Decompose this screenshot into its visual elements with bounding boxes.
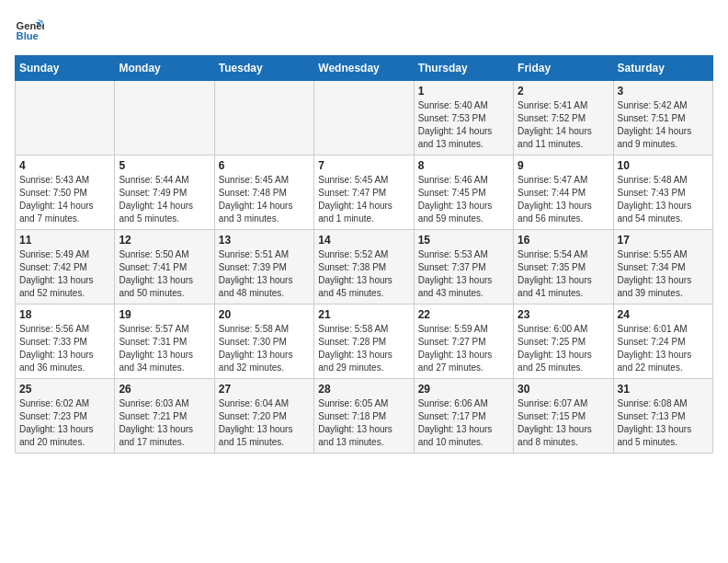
day-info: Sunrise: 5:42 AMSunset: 7:51 PMDaylight:…	[618, 99, 709, 151]
weekday-header-saturday: Saturday	[613, 56, 712, 81]
day-info: Sunrise: 6:07 AMSunset: 7:15 PMDaylight:…	[518, 397, 609, 449]
calendar-cell: 29Sunrise: 6:06 AMSunset: 7:17 PMDayligh…	[414, 379, 513, 454]
day-info: Sunrise: 6:04 AMSunset: 7:20 PMDaylight:…	[219, 397, 310, 449]
calendar-header: SundayMondayTuesdayWednesdayThursdayFrid…	[16, 56, 713, 81]
day-number: 13	[219, 234, 310, 247]
day-info: Sunrise: 5:56 AMSunset: 7:33 PMDaylight:…	[19, 323, 110, 374]
day-number: 3	[618, 85, 709, 98]
day-number: 10	[618, 159, 709, 172]
weekday-row: SundayMondayTuesdayWednesdayThursdayFrid…	[16, 56, 713, 81]
day-number: 7	[318, 159, 409, 172]
day-info: Sunrise: 5:43 AMSunset: 7:50 PMDaylight:…	[19, 174, 110, 225]
day-info: Sunrise: 5:53 AMSunset: 7:37 PMDaylight:…	[418, 248, 509, 300]
day-info: Sunrise: 6:06 AMSunset: 7:17 PMDaylight:…	[418, 397, 509, 449]
day-number: 15	[418, 234, 509, 247]
weekday-header-monday: Monday	[115, 56, 214, 81]
page-header: General Blue	[15, 15, 713, 44]
calendar-cell: 13Sunrise: 5:51 AMSunset: 7:39 PMDayligh…	[214, 230, 313, 304]
calendar-cell: 16Sunrise: 5:54 AMSunset: 7:35 PMDayligh…	[514, 230, 613, 304]
day-info: Sunrise: 5:49 AMSunset: 7:42 PMDaylight:…	[19, 248, 110, 300]
calendar-cell: 30Sunrise: 6:07 AMSunset: 7:15 PMDayligh…	[514, 379, 613, 454]
day-number: 31	[618, 383, 709, 396]
calendar-cell: 20Sunrise: 5:58 AMSunset: 7:30 PMDayligh…	[214, 304, 313, 379]
day-number: 1	[418, 85, 509, 98]
calendar-cell: 21Sunrise: 5:58 AMSunset: 7:28 PMDayligh…	[314, 304, 414, 379]
day-info: Sunrise: 6:01 AMSunset: 7:24 PMDaylight:…	[618, 323, 709, 374]
day-info: Sunrise: 5:45 AMSunset: 7:47 PMDaylight:…	[318, 174, 409, 225]
weekday-header-friday: Friday	[514, 56, 613, 81]
day-info: Sunrise: 5:51 AMSunset: 7:39 PMDaylight:…	[219, 248, 310, 300]
calendar-cell	[214, 81, 313, 155]
calendar-cell: 8Sunrise: 5:46 AMSunset: 7:45 PMDaylight…	[414, 155, 513, 230]
day-info: Sunrise: 6:05 AMSunset: 7:18 PMDaylight:…	[318, 397, 409, 449]
day-number: 8	[418, 159, 509, 172]
svg-text:Blue: Blue	[17, 30, 39, 41]
day-number: 11	[19, 234, 110, 247]
calendar-cell: 27Sunrise: 6:04 AMSunset: 7:20 PMDayligh…	[214, 379, 313, 454]
day-info: Sunrise: 5:41 AMSunset: 7:52 PMDaylight:…	[518, 99, 609, 151]
weekday-header-wednesday: Wednesday	[314, 56, 414, 81]
calendar-cell: 14Sunrise: 5:52 AMSunset: 7:38 PMDayligh…	[314, 230, 414, 304]
day-number: 9	[518, 159, 609, 172]
day-number: 2	[518, 85, 609, 98]
day-number: 18	[19, 308, 110, 321]
calendar-week-3: 11Sunrise: 5:49 AMSunset: 7:42 PMDayligh…	[16, 230, 713, 304]
day-number: 23	[518, 308, 609, 321]
calendar-cell: 4Sunrise: 5:43 AMSunset: 7:50 PMDaylight…	[16, 155, 115, 230]
day-info: Sunrise: 6:03 AMSunset: 7:21 PMDaylight:…	[119, 397, 210, 449]
day-number: 6	[219, 159, 310, 172]
day-info: Sunrise: 5:55 AMSunset: 7:34 PMDaylight:…	[618, 248, 709, 300]
day-info: Sunrise: 6:00 AMSunset: 7:25 PMDaylight:…	[518, 323, 609, 374]
day-number: 19	[119, 308, 210, 321]
day-number: 5	[119, 159, 210, 172]
calendar-cell: 9Sunrise: 5:47 AMSunset: 7:44 PMDaylight…	[514, 155, 613, 230]
day-number: 30	[518, 383, 609, 396]
calendar-week-5: 25Sunrise: 6:02 AMSunset: 7:23 PMDayligh…	[16, 379, 713, 454]
calendar-cell: 7Sunrise: 5:45 AMSunset: 7:47 PMDaylight…	[314, 155, 414, 230]
calendar-cell: 15Sunrise: 5:53 AMSunset: 7:37 PMDayligh…	[414, 230, 513, 304]
calendar-cell: 26Sunrise: 6:03 AMSunset: 7:21 PMDayligh…	[115, 379, 214, 454]
day-info: Sunrise: 5:40 AMSunset: 7:53 PMDaylight:…	[418, 99, 509, 151]
calendar-cell: 6Sunrise: 5:45 AMSunset: 7:48 PMDaylight…	[214, 155, 313, 230]
calendar-cell: 5Sunrise: 5:44 AMSunset: 7:49 PMDaylight…	[115, 155, 214, 230]
calendar-cell: 23Sunrise: 6:00 AMSunset: 7:25 PMDayligh…	[514, 304, 613, 379]
day-number: 26	[119, 383, 210, 396]
calendar-cell: 10Sunrise: 5:48 AMSunset: 7:43 PMDayligh…	[613, 155, 712, 230]
day-number: 29	[418, 383, 509, 396]
day-number: 27	[219, 383, 310, 396]
calendar-cell: 28Sunrise: 6:05 AMSunset: 7:18 PMDayligh…	[314, 379, 414, 454]
calendar-cell: 17Sunrise: 5:55 AMSunset: 7:34 PMDayligh…	[613, 230, 712, 304]
day-info: Sunrise: 5:45 AMSunset: 7:48 PMDaylight:…	[219, 174, 310, 225]
calendar-cell: 24Sunrise: 6:01 AMSunset: 7:24 PMDayligh…	[613, 304, 712, 379]
day-info: Sunrise: 5:48 AMSunset: 7:43 PMDaylight:…	[618, 174, 709, 225]
day-info: Sunrise: 5:47 AMSunset: 7:44 PMDaylight:…	[518, 174, 609, 225]
calendar-cell: 22Sunrise: 5:59 AMSunset: 7:27 PMDayligh…	[414, 304, 513, 379]
day-info: Sunrise: 5:58 AMSunset: 7:28 PMDaylight:…	[318, 323, 409, 374]
day-info: Sunrise: 5:58 AMSunset: 7:30 PMDaylight:…	[219, 323, 310, 374]
day-number: 4	[19, 159, 110, 172]
weekday-header-sunday: Sunday	[16, 56, 115, 81]
calendar-cell: 1Sunrise: 5:40 AMSunset: 7:53 PMDaylight…	[414, 81, 513, 155]
day-number: 17	[618, 234, 709, 247]
calendar-cell: 11Sunrise: 5:49 AMSunset: 7:42 PMDayligh…	[16, 230, 115, 304]
day-info: Sunrise: 5:59 AMSunset: 7:27 PMDaylight:…	[418, 323, 509, 374]
calendar-cell	[115, 81, 214, 155]
day-info: Sunrise: 5:52 AMSunset: 7:38 PMDaylight:…	[318, 248, 409, 300]
day-number: 21	[318, 308, 409, 321]
logo: General Blue	[15, 15, 48, 44]
calendar-cell: 3Sunrise: 5:42 AMSunset: 7:51 PMDaylight…	[613, 81, 712, 155]
calendar-week-2: 4Sunrise: 5:43 AMSunset: 7:50 PMDaylight…	[16, 155, 713, 230]
calendar-cell: 18Sunrise: 5:56 AMSunset: 7:33 PMDayligh…	[16, 304, 115, 379]
day-number: 22	[418, 308, 509, 321]
day-number: 28	[318, 383, 409, 396]
logo-icon: General Blue	[15, 15, 44, 44]
calendar-cell	[314, 81, 414, 155]
day-number: 12	[119, 234, 210, 247]
calendar-body: 1Sunrise: 5:40 AMSunset: 7:53 PMDaylight…	[16, 81, 713, 454]
day-number: 20	[219, 308, 310, 321]
calendar-cell: 12Sunrise: 5:50 AMSunset: 7:41 PMDayligh…	[115, 230, 214, 304]
day-info: Sunrise: 6:02 AMSunset: 7:23 PMDaylight:…	[19, 397, 110, 449]
day-info: Sunrise: 5:46 AMSunset: 7:45 PMDaylight:…	[418, 174, 509, 225]
day-info: Sunrise: 5:57 AMSunset: 7:31 PMDaylight:…	[119, 323, 210, 374]
calendar-cell: 19Sunrise: 5:57 AMSunset: 7:31 PMDayligh…	[115, 304, 214, 379]
